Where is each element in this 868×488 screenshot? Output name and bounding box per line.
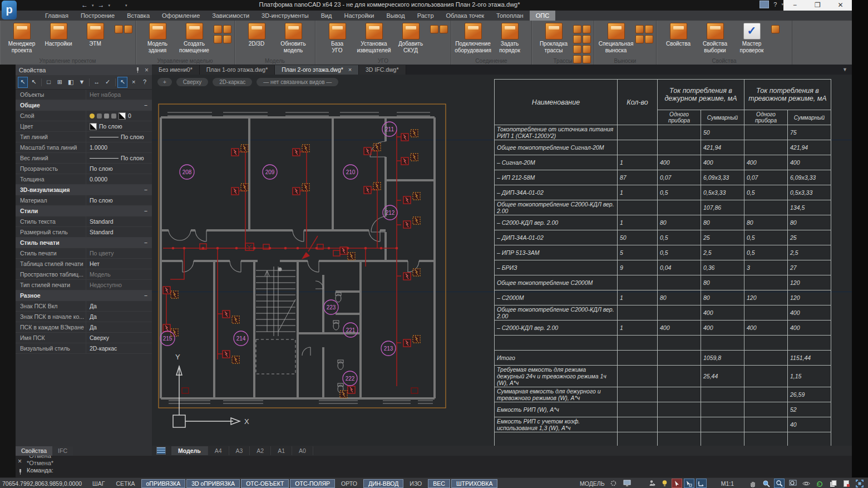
property-row[interactable]: Стиль печатиПо цвету [16, 248, 152, 259]
gear-icon[interactable] [608, 479, 619, 488]
layout-tab-A1[interactable]: A1 [271, 446, 292, 455]
view-pill[interactable]: — нет связанных видов — [257, 78, 338, 86]
mini-tool-icon[interactable] [573, 25, 581, 33]
ribbon-button-ugo-base[interactable]: БазаУГО [319, 22, 356, 53]
mini-tool-icon[interactable] [635, 25, 644, 33]
ribbon-button-add-skud[interactable]: ДобавитьСКУД [392, 22, 429, 53]
property-value[interactable]: 2D-каркас [86, 343, 152, 353]
ribbon-button-properties[interactable]: Свойства [660, 22, 697, 47]
property-value[interactable]: Да [86, 322, 152, 332]
layout-tab-Модель[interactable]: Модель [171, 446, 208, 455]
mini-tool-icon[interactable] [635, 35, 644, 43]
snap-cursor-icon[interactable] [684, 479, 694, 488]
menu-tab-Вставка[interactable]: Вставка [121, 11, 156, 21]
menu-tab-Растр[interactable]: Растр [411, 11, 440, 21]
append-select-icon[interactable]: ↖ [18, 77, 28, 88]
lamp-icon[interactable] [659, 479, 670, 488]
mini-tool-icon[interactable] [573, 35, 581, 43]
pin-icon[interactable] [18, 469, 23, 474]
mini-tool-icon[interactable] [583, 25, 591, 33]
mini-tool-icon[interactable] [645, 25, 653, 33]
ribbon-button-project-settings[interactable]: Настройки [40, 22, 77, 47]
property-row[interactable]: Вес линий По слою [16, 153, 152, 164]
ribbon-button-set-order[interactable]: Задатьпорядок [491, 22, 528, 53]
mini-tool-icon[interactable] [583, 45, 591, 53]
property-value[interactable]: Модель [86, 269, 152, 279]
property-value[interactable]: По цвету [86, 248, 152, 258]
user-cursor-icon[interactable] [647, 479, 658, 488]
zoom-realtime-icon[interactable] [761, 479, 771, 488]
toggle-ИЗО[interactable]: ИЗО [405, 479, 427, 488]
close-icon[interactable]: × [18, 459, 22, 464]
ribbon-button-route-lay[interactable]: Прокладкатрассы [535, 22, 572, 53]
layout-tab-A4[interactable]: A4 [208, 446, 229, 455]
invert-select-icon[interactable]: ◧ [66, 77, 76, 88]
property-value[interactable]: По слою [86, 153, 152, 163]
toggle-3D оПРИВЯЗКА[interactable]: 3D оПРИВЯЗКА [186, 479, 240, 488]
nanocad-logo[interactable]: p [2, 1, 17, 19]
clear-select-icon[interactable]: × [129, 77, 139, 88]
toggle-ДИН-ВВОД[interactable]: ДИН-ВВОД [363, 479, 403, 488]
doc-tab[interactable]: 3D IFC.dwg* [359, 65, 406, 75]
command-prompt[interactable]: Команда: [27, 467, 852, 474]
ribbon-button-toggle-2d3d[interactable]: 2D/3D [238, 22, 275, 47]
ribbon-toggle-icon[interactable] [760, 1, 769, 8]
drawing-canvas[interactable]: +Сверху2D-каркас— нет связанных видов — [152, 75, 852, 446]
toggle-ШАГ[interactable]: ШАГ [87, 479, 110, 488]
mini-tool-icon[interactable] [223, 35, 231, 43]
mini-tool-icon[interactable] [214, 35, 222, 43]
select-cursor-icon[interactable]: ↖ [29, 77, 39, 88]
mini-tool-icon[interactable] [430, 25, 438, 33]
quick-filter-icon[interactable]: ▼ [77, 77, 87, 88]
mini-tool-icon[interactable] [223, 25, 231, 33]
minimize-button[interactable]: − [783, 0, 806, 11]
ribbon-button-install-detectors[interactable]: Установкаизвещателей [356, 22, 392, 53]
ribbon-button-special-leader[interactable]: Специальнаявыноска [598, 22, 634, 53]
pin-icon[interactable] [135, 67, 140, 72]
mini-tool-icon[interactable] [771, 25, 780, 33]
panel-tab-IFC[interactable]: IFC [52, 446, 73, 456]
check-select-icon[interactable]: ✓ [103, 77, 113, 88]
property-row[interactable]: Визуальный стиль2D-каркас [16, 343, 152, 354]
mini-tool-icon[interactable] [573, 45, 581, 53]
property-value[interactable]: По слою [86, 132, 152, 142]
mini-tool-icon[interactable] [583, 35, 591, 43]
ribbon-button-selection-properties[interactable]: Свойствавыборки [697, 22, 733, 53]
properties-section-Стиль печати[interactable]: Стиль печати− [16, 238, 152, 248]
layout-tab-A0[interactable]: A0 [292, 446, 313, 455]
rect-select-icon[interactable]: □ [44, 77, 54, 88]
layout-tab-A3[interactable]: A3 [229, 446, 250, 455]
toggle-ШТРИХОВКА[interactable]: ШТРИХОВКА [451, 479, 498, 488]
property-value[interactable]: Недоступно [86, 280, 152, 290]
ribbon-button-connect-equipment[interactable]: Подключениеоборудования [455, 22, 491, 53]
properties-section-3D-визуализация[interactable]: 3D-визуализация− [16, 185, 152, 195]
layout-list-icon[interactable] [156, 447, 166, 455]
toggle-ОТС-ОБЪЕКТ[interactable]: ОТС-ОБЪЕКТ [241, 479, 289, 488]
doc-tabs-caret-icon[interactable]: ▼ [842, 65, 852, 75]
property-value[interactable]: Сверху [86, 333, 152, 343]
view-pill[interactable]: 2D-каркас [213, 78, 252, 86]
property-value[interactable]: 0.0000 [86, 174, 152, 184]
menu-tab-Топоплан[interactable]: Топоплан [490, 11, 530, 21]
close-icon[interactable]: × [145, 67, 149, 73]
menu-tab-Оформление[interactable]: Оформление [156, 11, 206, 21]
menu-tab-Построение[interactable]: Построение [75, 11, 121, 21]
menu-tab-3D-инструменты[interactable]: 3D-инструменты [255, 11, 315, 21]
property-row[interactable]: ПрозрачностьПо слою [16, 164, 152, 174]
toggle-ОРТО[interactable]: ОРТО [336, 479, 362, 488]
restore-button[interactable]: ❐ [806, 0, 829, 11]
property-row[interactable]: Толщина0.0000 [16, 174, 152, 185]
layout-tab-A2[interactable]: A2 [250, 446, 271, 455]
viewport-frame-icon[interactable] [854, 479, 865, 488]
ribbon-button-building-model[interactable]: Модельздания [139, 22, 176, 53]
help-circle-icon[interactable]: ? [140, 77, 150, 88]
toggle-ВЕС[interactable]: ВЕС [428, 479, 450, 488]
help-icon[interactable]: ? [773, 1, 777, 8]
menu-tab-Зависимости[interactable]: Зависимости [206, 11, 255, 21]
doc-tab[interactable]: Без имени0* [152, 65, 200, 75]
property-row[interactable]: МатериалПо слою [16, 195, 152, 206]
doc-tab[interactable]: План 2-ого этажа.dwg*× [275, 65, 359, 75]
command-line-panel[interactable]: × *Отмена**Отмена*Команда: [16, 456, 852, 477]
mini-tool-icon[interactable] [115, 25, 123, 33]
mini-tool-icon[interactable] [124, 25, 132, 33]
